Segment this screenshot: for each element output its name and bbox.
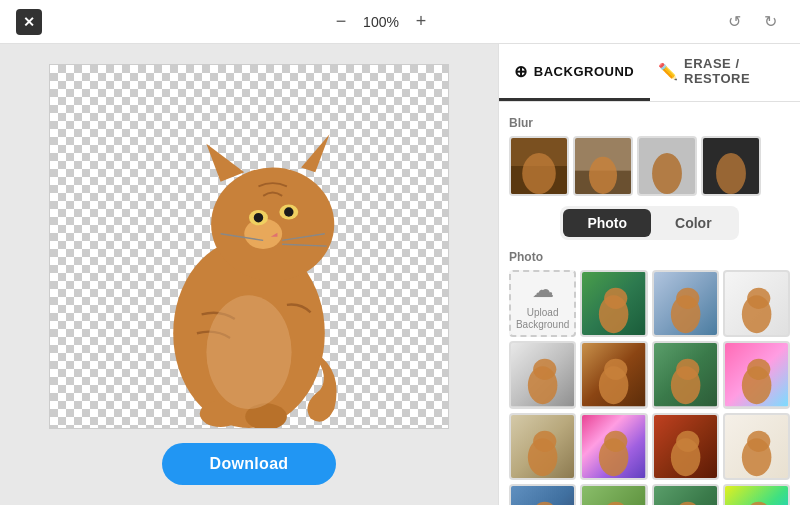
photo-color-toggle: Photo Color [560,206,738,240]
zoom-value: 100% [361,14,401,30]
photo-grid: ☁ UploadBackground [509,270,790,505]
photo-thumb-9[interactable] [580,413,647,480]
tab-erase-label: ERASE / RESTORE [684,56,792,86]
svg-point-8 [284,207,293,216]
photo-section-label: Photo [509,250,790,264]
zoom-in-button[interactable]: + [409,10,433,34]
svg-point-35 [747,288,770,309]
photo-thumb-5[interactable] [580,341,647,408]
close-button[interactable]: ✕ [16,9,42,35]
photo-thumb-15[interactable] [723,484,790,505]
svg-point-24 [652,153,682,194]
svg-point-29 [604,288,627,309]
toolbar: ✕ − 100% + ↺ ↻ [0,0,800,44]
undo-button[interactable]: ↺ [720,8,748,36]
photo-thumb-3[interactable] [723,270,790,337]
svg-marker-3 [301,134,329,172]
blur-section-label: Blur [509,116,790,130]
history-controls: ↺ ↻ [720,8,784,36]
close-icon: ✕ [23,14,35,30]
svg-point-18 [522,153,556,194]
photo-thumb-7[interactable] [723,341,790,408]
tab-background[interactable]: ⊕ BACKGROUND [499,44,650,101]
photo-thumb-14[interactable] [652,484,719,505]
svg-point-56 [676,430,699,451]
upload-icon: ☁ [532,277,554,303]
photo-thumb-2[interactable] [652,270,719,337]
color-toggle-button[interactable]: Color [651,209,736,237]
photo-thumb-12[interactable] [509,484,576,505]
photo-thumb-13[interactable] [580,484,647,505]
svg-point-7 [254,213,263,222]
svg-point-22 [589,157,617,194]
eraser-icon: ✏️ [658,62,679,81]
svg-point-44 [676,359,699,380]
blur-thumb-4[interactable] [701,136,761,196]
upload-text: UploadBackground [516,307,569,331]
tab-erase-restore[interactable]: ✏️ ERASE / RESTORE [650,44,801,101]
panel-tabs: ⊕ BACKGROUND ✏️ ERASE / RESTORE [499,44,800,102]
svg-point-41 [604,359,627,380]
svg-marker-2 [206,144,244,182]
zoom-out-button[interactable]: − [329,10,353,34]
svg-point-15 [206,295,291,409]
download-button[interactable]: Download [162,443,337,485]
blur-row [509,136,790,196]
blur-thumb-3[interactable] [637,136,697,196]
upload-background-button[interactable]: ☁ UploadBackground [509,270,576,337]
photo-thumb-10[interactable] [652,413,719,480]
svg-point-59 [747,430,770,451]
tab-background-label: BACKGROUND [534,64,634,79]
canvas-area: Download [0,44,498,505]
photo-thumb-11[interactable] [723,413,790,480]
right-panel: ⊕ BACKGROUND ✏️ ERASE / RESTORE Blur [498,44,800,505]
photo-thumb-1[interactable] [580,270,647,337]
blur-thumb-1[interactable] [509,136,569,196]
photo-thumb-6[interactable] [652,341,719,408]
canvas-container [49,64,449,429]
svg-point-53 [604,430,627,451]
svg-point-32 [676,288,699,309]
main-content: Download ⊕ BACKGROUND ✏️ ERASE / RESTORE… [0,44,800,505]
photo-toggle-button[interactable]: Photo [563,209,651,237]
redo-button[interactable]: ↻ [756,8,784,36]
layers-icon: ⊕ [514,62,528,81]
zoom-controls: − 100% + [329,10,433,34]
svg-point-38 [533,359,556,380]
svg-point-47 [747,359,770,380]
photo-thumb-8[interactable] [509,413,576,480]
svg-point-26 [716,153,746,194]
panel-content: Blur [499,102,800,505]
cat-image [119,68,379,428]
svg-point-50 [533,430,556,451]
blur-thumb-2[interactable] [573,136,633,196]
photo-thumb-4[interactable] [509,341,576,408]
